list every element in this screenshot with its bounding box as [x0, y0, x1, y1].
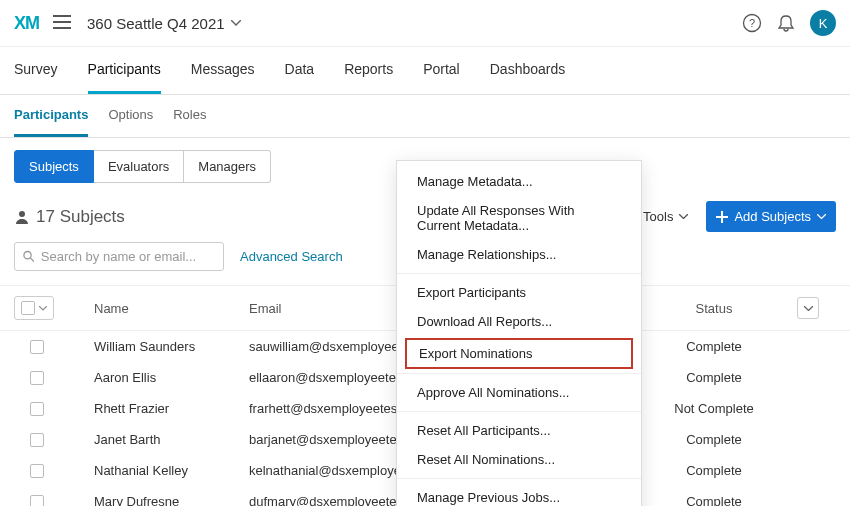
main-tab-portal[interactable]: Portal: [423, 47, 460, 94]
pill-tab-subjects[interactable]: Subjects: [14, 150, 94, 183]
dropdown-separator: [397, 273, 641, 274]
dropdown-item[interactable]: Reset All Nominations...: [397, 445, 641, 474]
main-tab-reports[interactable]: Reports: [344, 47, 393, 94]
row-checkbox[interactable]: [30, 464, 44, 478]
dropdown-separator: [397, 478, 641, 479]
cell-status: Not Complete: [669, 401, 759, 416]
tools-dropdown: Manage Metadata...Update All Responses W…: [396, 160, 642, 506]
dropdown-separator: [397, 373, 641, 374]
svg-text:?: ?: [749, 17, 755, 29]
add-subjects-button[interactable]: Add Subjects: [706, 201, 836, 232]
project-title-text: 360 Seattle Q4 2021: [87, 15, 225, 32]
bell-icon[interactable]: [776, 13, 796, 33]
chevron-down-icon: [39, 306, 47, 311]
cell-status: Complete: [669, 432, 759, 447]
chevron-down-icon: [231, 20, 241, 26]
select-all-checkbox[interactable]: [14, 296, 54, 320]
pill-tab-managers[interactable]: Managers: [184, 150, 271, 183]
main-tab-survey[interactable]: Survey: [14, 47, 58, 94]
row-checkbox[interactable]: [30, 495, 44, 507]
cell-name: William Saunders: [94, 339, 249, 354]
checkbox[interactable]: [21, 301, 35, 315]
advanced-search-link[interactable]: Advanced Search: [240, 249, 343, 264]
dropdown-item[interactable]: Download All Reports...: [397, 307, 641, 336]
cell-name: Janet Barth: [94, 432, 249, 447]
cell-status: Complete: [669, 494, 759, 506]
cell-email: ellaaron@dsxemployeetest.c: [249, 370, 419, 385]
cell-email: dufmary@dsxemployeetest.c: [249, 494, 419, 506]
menu-icon[interactable]: [53, 15, 71, 32]
cell-email: frarhett@dsxemployeetest.co: [249, 401, 419, 416]
plus-icon: [716, 211, 728, 223]
cell-status: Complete: [669, 370, 759, 385]
cell-name: Mary Dufresne: [94, 494, 249, 506]
sub-tab-roles[interactable]: Roles: [173, 95, 206, 137]
help-icon[interactable]: ?: [742, 13, 762, 33]
column-options-button[interactable]: [797, 297, 819, 319]
dropdown-separator: [397, 411, 641, 412]
dropdown-item[interactable]: Manage Previous Jobs...: [397, 483, 641, 506]
chevron-down-icon: [804, 306, 813, 311]
column-status: Status: [669, 301, 759, 316]
main-tab-dashboards[interactable]: Dashboards: [490, 47, 566, 94]
search-input[interactable]: [41, 249, 215, 264]
avatar[interactable]: K: [810, 10, 836, 36]
logo: XM: [14, 13, 39, 34]
sub-tab-participants[interactable]: Participants: [14, 95, 88, 137]
main-tab-participants[interactable]: Participants: [88, 47, 161, 94]
subjects-count: 17 Subjects: [14, 207, 125, 227]
cell-name: Nathanial Kelley: [94, 463, 249, 478]
sub-tab-options[interactable]: Options: [108, 95, 153, 137]
row-checkbox[interactable]: [30, 340, 44, 354]
cell-name: Rhett Frazier: [94, 401, 249, 416]
main-tab-messages[interactable]: Messages: [191, 47, 255, 94]
dropdown-item[interactable]: Manage Metadata...: [397, 167, 641, 196]
svg-point-2: [24, 252, 31, 259]
dropdown-item[interactable]: Export Nominations: [405, 338, 633, 369]
top-header: XM 360 Seattle Q4 2021 ? K: [0, 0, 850, 47]
main-tabs: SurveyParticipantsMessagesDataReportsPor…: [0, 47, 850, 95]
cell-status: Complete: [669, 339, 759, 354]
dropdown-item[interactable]: Reset All Participants...: [397, 416, 641, 445]
search-box[interactable]: [14, 242, 224, 271]
sub-tabs: ParticipantsOptionsRoles: [0, 95, 850, 138]
project-selector[interactable]: 360 Seattle Q4 2021: [87, 15, 241, 32]
chevron-down-icon: [679, 214, 688, 219]
cell-email: sauwilliam@dsxemployeetest: [249, 339, 419, 354]
dropdown-item[interactable]: Approve All Nominations...: [397, 378, 641, 407]
dropdown-item[interactable]: Manage Relationships...: [397, 240, 641, 269]
row-checkbox[interactable]: [30, 433, 44, 447]
row-checkbox[interactable]: [30, 402, 44, 416]
search-icon: [23, 250, 35, 263]
dropdown-item[interactable]: Update All Responses With Current Metada…: [397, 196, 641, 240]
person-icon: [14, 209, 30, 225]
cell-status: Complete: [669, 463, 759, 478]
chevron-down-icon: [817, 214, 826, 219]
column-name: Name: [94, 301, 249, 316]
dropdown-item[interactable]: Export Participants: [397, 278, 641, 307]
row-checkbox[interactable]: [30, 371, 44, 385]
pill-tab-evaluators[interactable]: Evaluators: [94, 150, 184, 183]
column-email: Email: [249, 301, 419, 316]
main-tab-data[interactable]: Data: [285, 47, 315, 94]
cell-name: Aaron Ellis: [94, 370, 249, 385]
cell-email: kelnathanial@dsxemployeete: [249, 463, 419, 478]
cell-email: barjanet@dsxemployeetest.c: [249, 432, 419, 447]
